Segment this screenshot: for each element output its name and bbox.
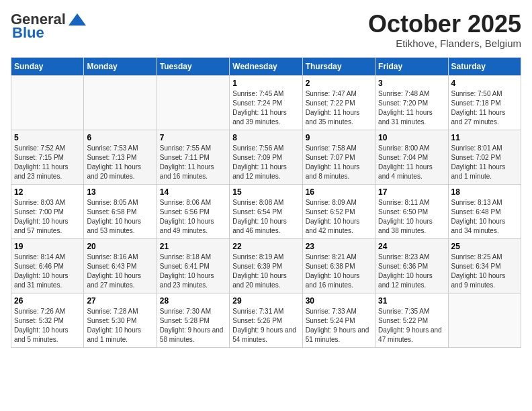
day-number: 15 — [232, 187, 299, 197]
header-day-tuesday: Tuesday — [157, 57, 229, 75]
day-number: 12 — [14, 187, 81, 197]
day-number: 20 — [87, 242, 153, 251]
day-number: 26 — [14, 296, 81, 306]
title-section: October 2025 Etikhove, Flanders, Belgium — [368, 11, 521, 49]
header-day-saturday: Saturday — [448, 57, 521, 75]
day-cell: 10Sunrise: 8:00 AM Sunset: 7:04 PM Dayli… — [375, 130, 448, 184]
day-cell: 23Sunrise: 8:21 AM Sunset: 6:38 PM Dayli… — [302, 238, 375, 293]
day-number: 14 — [160, 187, 226, 197]
day-info: Sunrise: 8:21 AM Sunset: 6:38 PM Dayligh… — [306, 253, 372, 290]
day-info: Sunrise: 8:11 AM Sunset: 6:50 PM Dayligh… — [378, 198, 445, 236]
week-row-3: 12Sunrise: 8:03 AM Sunset: 7:00 PM Dayli… — [11, 184, 521, 238]
day-cell: 13Sunrise: 8:05 AM Sunset: 6:58 PM Dayli… — [84, 184, 157, 238]
day-cell — [11, 75, 84, 130]
day-number: 27 — [87, 296, 153, 306]
day-cell: 30Sunrise: 7:33 AM Sunset: 5:24 PM Dayli… — [302, 293, 375, 347]
day-number: 16 — [306, 187, 372, 197]
day-info: Sunrise: 7:56 AM Sunset: 7:09 PM Dayligh… — [232, 144, 299, 181]
day-cell — [157, 75, 229, 130]
day-info: Sunrise: 8:09 AM Sunset: 6:52 PM Dayligh… — [306, 198, 372, 236]
day-number: 24 — [378, 242, 445, 251]
day-number: 7 — [160, 133, 226, 142]
day-info: Sunrise: 8:05 AM Sunset: 6:58 PM Dayligh… — [87, 198, 153, 236]
day-info: Sunrise: 8:06 AM Sunset: 6:56 PM Dayligh… — [160, 198, 226, 236]
day-info: Sunrise: 8:18 AM Sunset: 6:41 PM Dayligh… — [160, 253, 226, 290]
day-number: 29 — [232, 296, 299, 306]
header-day-wednesday: Wednesday — [230, 57, 302, 75]
day-info: Sunrise: 7:47 AM Sunset: 7:22 PM Dayligh… — [306, 89, 372, 127]
day-cell: 28Sunrise: 7:30 AM Sunset: 5:28 PM Dayli… — [157, 293, 229, 347]
day-number: 17 — [378, 187, 445, 197]
calendar-body: 1Sunrise: 7:45 AM Sunset: 7:24 PM Daylig… — [11, 75, 521, 347]
day-info: Sunrise: 8:08 AM Sunset: 6:54 PM Dayligh… — [232, 198, 299, 236]
day-info: Sunrise: 7:30 AM Sunset: 5:28 PM Dayligh… — [160, 307, 226, 345]
week-row-1: 1Sunrise: 7:45 AM Sunset: 7:24 PM Daylig… — [11, 75, 521, 130]
day-cell — [448, 293, 521, 347]
week-row-4: 19Sunrise: 8:14 AM Sunset: 6:46 PM Dayli… — [11, 238, 521, 293]
day-cell — [84, 75, 157, 130]
day-info: Sunrise: 7:45 AM Sunset: 7:24 PM Dayligh… — [232, 89, 299, 127]
day-info: Sunrise: 7:26 AM Sunset: 5:32 PM Dayligh… — [14, 307, 81, 345]
day-info: Sunrise: 8:00 AM Sunset: 7:04 PM Dayligh… — [378, 144, 445, 181]
day-info: Sunrise: 7:58 AM Sunset: 7:07 PM Dayligh… — [306, 144, 372, 181]
day-info: Sunrise: 7:31 AM Sunset: 5:26 PM Dayligh… — [232, 307, 299, 345]
day-cell: 24Sunrise: 8:23 AM Sunset: 6:36 PM Dayli… — [375, 238, 448, 293]
day-info: Sunrise: 8:16 AM Sunset: 6:43 PM Dayligh… — [87, 253, 153, 290]
day-cell: 6Sunrise: 7:53 AM Sunset: 7:13 PM Daylig… — [84, 130, 157, 184]
day-number: 19 — [14, 242, 81, 251]
day-number: 31 — [378, 296, 445, 306]
day-number: 10 — [378, 133, 445, 142]
day-number: 22 — [232, 242, 299, 251]
day-number: 3 — [378, 79, 445, 88]
day-cell: 3Sunrise: 7:48 AM Sunset: 7:20 PM Daylig… — [375, 75, 448, 130]
day-number: 13 — [87, 187, 153, 197]
week-row-5: 26Sunrise: 7:26 AM Sunset: 5:32 PM Dayli… — [11, 293, 521, 347]
day-cell: 4Sunrise: 7:50 AM Sunset: 7:18 PM Daylig… — [448, 75, 521, 130]
week-row-2: 5Sunrise: 7:52 AM Sunset: 7:15 PM Daylig… — [11, 130, 521, 184]
day-number: 2 — [306, 79, 372, 88]
month-title: October 2025 — [368, 11, 521, 38]
day-cell: 31Sunrise: 7:35 AM Sunset: 5:22 PM Dayli… — [375, 293, 448, 347]
header-day-sunday: Sunday — [11, 57, 84, 75]
day-info: Sunrise: 8:19 AM Sunset: 6:39 PM Dayligh… — [232, 253, 299, 290]
day-cell: 25Sunrise: 8:25 AM Sunset: 6:34 PM Dayli… — [448, 238, 521, 293]
day-cell: 29Sunrise: 7:31 AM Sunset: 5:26 PM Dayli… — [230, 293, 302, 347]
day-number: 28 — [160, 296, 226, 306]
day-number: 25 — [451, 242, 518, 251]
header-day-thursday: Thursday — [302, 57, 375, 75]
day-number: 21 — [160, 242, 226, 251]
location-subtitle: Etikhove, Flanders, Belgium — [368, 38, 521, 49]
header-row: SundayMondayTuesdayWednesdayThursdayFrid… — [11, 57, 521, 75]
day-cell: 9Sunrise: 7:58 AM Sunset: 7:07 PM Daylig… — [302, 130, 375, 184]
day-cell: 2Sunrise: 7:47 AM Sunset: 7:22 PM Daylig… — [302, 75, 375, 130]
day-number: 8 — [232, 133, 299, 142]
day-info: Sunrise: 7:35 AM Sunset: 5:22 PM Dayligh… — [378, 307, 445, 345]
day-cell: 22Sunrise: 8:19 AM Sunset: 6:39 PM Dayli… — [230, 238, 302, 293]
logo: General Blue — [11, 11, 87, 42]
calendar-table: SundayMondayTuesdayWednesdayThursdayFrid… — [11, 57, 521, 348]
day-number: 1 — [232, 79, 299, 88]
day-info: Sunrise: 8:25 AM Sunset: 6:34 PM Dayligh… — [451, 253, 518, 290]
day-cell: 15Sunrise: 8:08 AM Sunset: 6:54 PM Dayli… — [230, 184, 302, 238]
svg-marker-0 — [69, 13, 86, 26]
day-cell: 8Sunrise: 7:56 AM Sunset: 7:09 PM Daylig… — [230, 130, 302, 184]
day-number: 6 — [87, 133, 153, 142]
day-cell: 21Sunrise: 8:18 AM Sunset: 6:41 PM Dayli… — [157, 238, 229, 293]
day-number: 23 — [306, 242, 372, 251]
header-day-friday: Friday — [375, 57, 448, 75]
day-cell: 19Sunrise: 8:14 AM Sunset: 6:46 PM Dayli… — [11, 238, 84, 293]
header-day-monday: Monday — [84, 57, 157, 75]
day-info: Sunrise: 7:52 AM Sunset: 7:15 PM Dayligh… — [14, 144, 81, 181]
day-cell: 14Sunrise: 8:06 AM Sunset: 6:56 PM Dayli… — [157, 184, 229, 238]
logo-blue-text: Blue — [11, 24, 44, 42]
day-cell: 18Sunrise: 8:13 AM Sunset: 6:48 PM Dayli… — [448, 184, 521, 238]
day-cell: 5Sunrise: 7:52 AM Sunset: 7:15 PM Daylig… — [11, 130, 84, 184]
day-cell: 17Sunrise: 8:11 AM Sunset: 6:50 PM Dayli… — [375, 184, 448, 238]
day-cell: 12Sunrise: 8:03 AM Sunset: 7:00 PM Dayli… — [11, 184, 84, 238]
day-info: Sunrise: 7:33 AM Sunset: 5:24 PM Dayligh… — [306, 307, 372, 345]
day-number: 5 — [14, 133, 81, 142]
day-info: Sunrise: 8:23 AM Sunset: 6:36 PM Dayligh… — [378, 253, 445, 290]
day-cell: 7Sunrise: 7:55 AM Sunset: 7:11 PM Daylig… — [157, 130, 229, 184]
day-info: Sunrise: 8:01 AM Sunset: 7:02 PM Dayligh… — [451, 144, 518, 181]
day-info: Sunrise: 7:28 AM Sunset: 5:30 PM Dayligh… — [87, 307, 153, 345]
